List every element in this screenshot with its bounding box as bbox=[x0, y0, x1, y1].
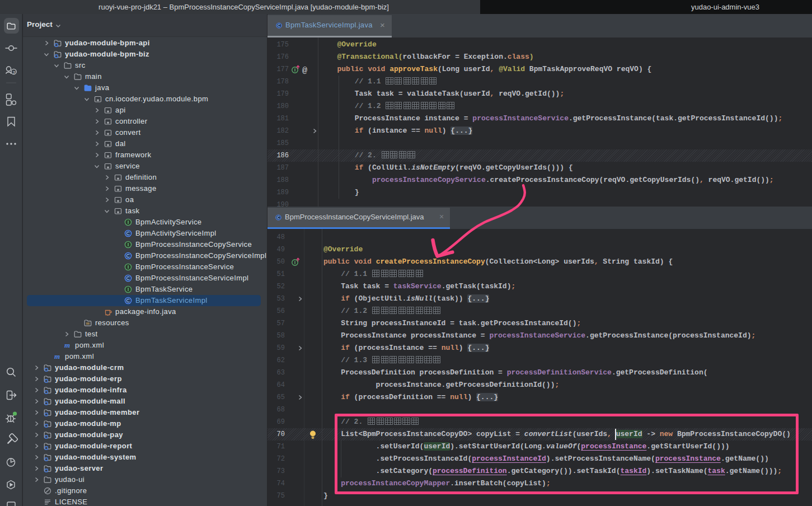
svg-text:?: ? bbox=[13, 70, 16, 75]
svg-text:@: @ bbox=[302, 66, 307, 74]
